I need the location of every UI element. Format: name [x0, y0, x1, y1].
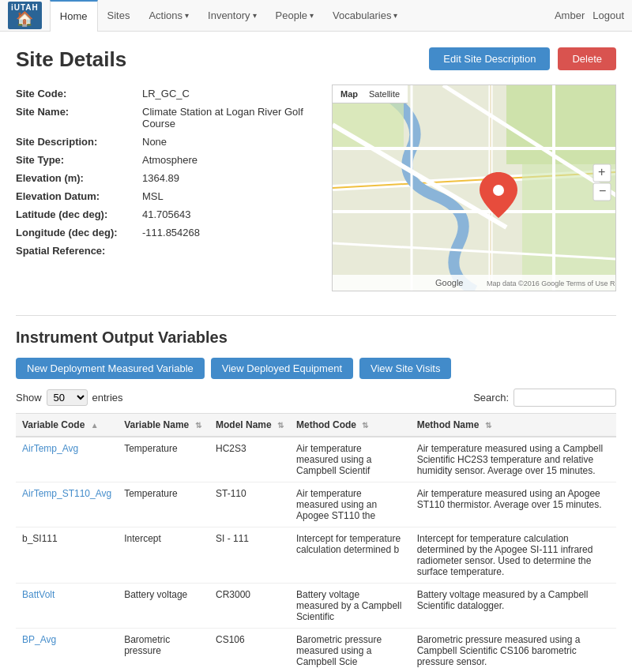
map-tab-map[interactable]: Map	[337, 88, 361, 99]
field-label-site-description: Site Description:	[16, 133, 142, 151]
search-label: Search:	[473, 392, 509, 404]
field-value-latitude: 41.705643	[142, 205, 316, 223]
edit-site-button[interactable]: Edit Site Description	[429, 47, 550, 70]
td-variable-code: b_SI111	[16, 527, 118, 584]
site-header-buttons: Edit Site Description Delete	[429, 47, 616, 70]
table-row: AirTemp_AvgTemperatureHC2S3Air temperatu…	[16, 437, 616, 482]
map-tab-satellite[interactable]: Satellite	[366, 88, 403, 99]
entries-select[interactable]: 50 10 25 100	[47, 389, 88, 406]
show-entries: Show 50 10 25 100 entries	[16, 389, 123, 406]
entries-label: entries	[92, 392, 123, 404]
people-dropdown-icon: ▾	[310, 11, 314, 20]
td-method-code: Air temperature measured using an Apogee…	[290, 482, 411, 527]
field-label-longitude: Longitude (dec deg):	[16, 223, 142, 242]
td-variable-name: Temperature	[118, 437, 209, 482]
field-elevation: Elevation (m): 1364.89	[16, 169, 316, 187]
field-label-latitude: Latitude (dec deg):	[16, 205, 142, 223]
btn-view-equipment[interactable]: View Deployed Equipment	[211, 358, 353, 379]
table-row: b_SI111InterceptSI - 111Intercept for te…	[16, 527, 616, 584]
td-variable-name: Barometric pressure	[118, 629, 209, 673]
col-header-method-name[interactable]: Method Name ⇅	[411, 414, 616, 437]
vocabularies-dropdown-icon: ▾	[393, 11, 397, 20]
td-variable-code: AirTemp_Avg	[16, 437, 118, 482]
col-header-variable-name[interactable]: Variable Name ⇅	[118, 414, 209, 437]
table-header-row: Variable Code ▲ Variable Name ⇅ Model Na…	[16, 414, 616, 437]
field-value-site-description: None	[142, 133, 316, 151]
nav-item-people[interactable]: People ▾	[266, 0, 323, 32]
sort-icon-method-code: ⇅	[362, 421, 368, 430]
nav-item-inventory[interactable]: Inventory ▾	[198, 0, 265, 32]
inventory-dropdown-icon: ▾	[253, 11, 257, 20]
show-label: Show	[16, 392, 42, 404]
svg-text:−: −	[599, 184, 606, 197]
field-site-description: Site Description: None	[16, 133, 316, 151]
td-method-name: Battery voltage measured by a Campbell S…	[411, 584, 616, 629]
svg-text:Google: Google	[435, 278, 463, 287]
field-value-elevation: 1364.89	[142, 169, 316, 187]
td-method-name: Intercept for temperature calculation de…	[411, 527, 616, 584]
nav-items: Home Sites Actions ▾ Inventory ▾ People …	[50, 0, 555, 32]
field-longitude: Longitude (dec deg): -111.854268	[16, 223, 316, 242]
td-model-name: CS106	[209, 629, 290, 673]
table-row: BP_AvgBarometric pressureCS106Barometric…	[16, 629, 616, 673]
field-value-site-code: LR_GC_C	[142, 84, 316, 103]
svg-rect-4	[506, 85, 615, 164]
nav-item-actions[interactable]: Actions ▾	[139, 0, 198, 32]
site-header: Site Details Edit Site Description Delet…	[16, 47, 616, 72]
td-model-name: ST-110	[209, 482, 290, 527]
td-variable-code: BP_Avg	[16, 629, 118, 673]
col-header-method-code[interactable]: Method Code ⇅	[290, 414, 411, 437]
nav-item-vocabularies[interactable]: Vocabularies ▾	[323, 0, 407, 32]
field-latitude: Latitude (dec deg): 41.705643	[16, 205, 316, 223]
td-method-name: Air temperature measured using an Apogee…	[411, 482, 616, 527]
col-header-variable-code[interactable]: Variable Code ▲	[16, 414, 118, 437]
field-site-name: Site Name: Climate Station at Logan Rive…	[16, 103, 316, 133]
td-variable-code: BattVolt	[16, 584, 118, 629]
table-controls: Show 50 10 25 100 entries Search:	[16, 389, 616, 407]
variable-code-link[interactable]: AirTemp_Avg	[22, 443, 78, 454]
field-elevation-datum: Elevation Datum: MSL	[16, 187, 316, 205]
variables-table: Variable Code ▲ Variable Name ⇅ Model Na…	[16, 413, 616, 672]
table-row: BattVoltBattery voltageCR3000Battery vol…	[16, 584, 616, 629]
sort-icon-variable-code: ▲	[91, 421, 99, 430]
td-variable-name: Battery voltage	[118, 584, 209, 629]
nav-user[interactable]: Amber	[555, 9, 585, 21]
brand-logo[interactable]: iUTAH 🏠	[8, 2, 42, 29]
nav-right: Amber Logout	[555, 9, 624, 21]
field-spatial-reference: Spatial Reference:	[16, 242, 316, 260]
sort-icon-model-name: ⇅	[277, 421, 284, 430]
brand-logo-icon: 🏠	[16, 12, 33, 28]
nav-item-home[interactable]: Home	[50, 0, 98, 32]
site-body: Site Code: LR_GC_C Site Name: Climate St…	[16, 84, 616, 291]
variable-code-link[interactable]: BattVolt	[22, 589, 55, 600]
field-value-spatial-reference	[142, 242, 316, 260]
field-value-site-type: Atmosphere	[142, 151, 316, 169]
field-label-spatial-reference: Spatial Reference:	[16, 242, 142, 260]
td-method-code: Barometric pressure measured using a Cam…	[290, 629, 411, 673]
col-header-model-name[interactable]: Model Name ⇅	[209, 414, 290, 437]
field-label-site-code: Site Code:	[16, 84, 142, 103]
btn-view-visits[interactable]: View Site Visits	[359, 358, 451, 379]
btn-new-deployment[interactable]: New Deployment Measured Variable	[16, 358, 205, 379]
field-label-site-type: Site Type:	[16, 151, 142, 169]
td-method-name: Air temperature measured using a Campbel…	[411, 437, 616, 482]
td-model-name: HC2S3	[209, 437, 290, 482]
nav-item-sites[interactable]: Sites	[98, 0, 140, 32]
toolbar: New Deployment Measured Variable View De…	[16, 358, 616, 379]
search-input[interactable]	[514, 389, 616, 407]
field-site-code: Site Code: LR_GC_C	[16, 84, 316, 103]
table-row: AirTemp_ST110_AvgTemperatureST-110Air te…	[16, 482, 616, 527]
delete-site-button[interactable]: Delete	[558, 47, 616, 70]
field-label-site-name: Site Name:	[16, 103, 142, 133]
main-content: Site Details Edit Site Description Delet…	[0, 32, 632, 672]
nav-logout[interactable]: Logout	[592, 9, 624, 21]
field-label-elevation-datum: Elevation Datum:	[16, 187, 142, 205]
td-method-code: Intercept for temperature calculation de…	[290, 527, 411, 584]
variable-code-link[interactable]: BP_Avg	[22, 634, 56, 645]
td-variable-name: Intercept	[118, 527, 209, 584]
td-variable-name: Temperature	[118, 482, 209, 527]
svg-point-16	[493, 185, 504, 196]
variable-code-link[interactable]: AirTemp_ST110_Avg	[22, 488, 111, 499]
td-method-name: Barometric pressure measured using a Cam…	[411, 629, 616, 673]
map-container[interactable]: Map Satellite	[332, 84, 616, 291]
